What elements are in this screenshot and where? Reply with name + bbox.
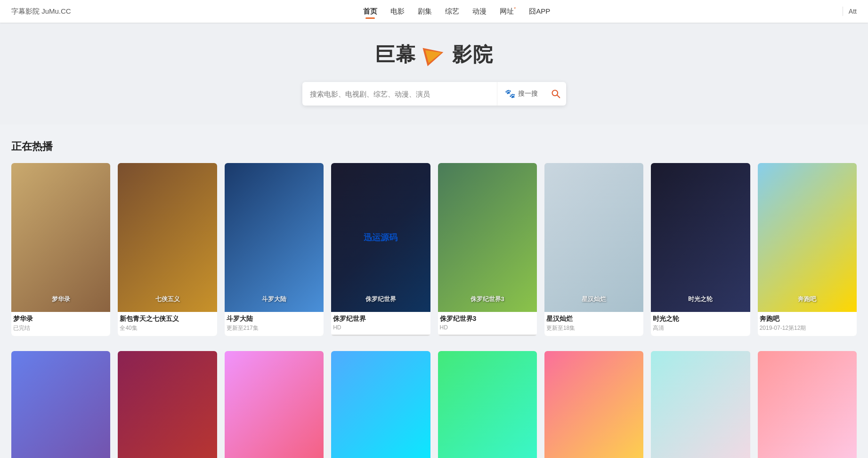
card-row2-4[interactable]: 蜡笔小新 蜡笔小新 更新中 — [331, 351, 430, 458]
poster-title-3: 斗罗大陆 — [225, 291, 324, 307]
card-title-3: 斗罗大陆 — [227, 315, 322, 323]
card-poster-r2-3: 行医 — [225, 351, 324, 458]
search-icon-button[interactable] — [545, 82, 566, 106]
nav-item-series[interactable]: 剧集 — [418, 7, 432, 16]
poster-title-1: 梦华录 — [11, 291, 110, 307]
nav-item-variety[interactable]: 综艺 — [445, 7, 459, 16]
search-bar: 🐾 搜一搜 — [302, 82, 566, 106]
poster-title-8: 奔跑吧 — [758, 291, 857, 307]
site-logo-area: 巨幕 影院 — [375, 41, 494, 68]
card-row2-2[interactable]: 吃货皇后 吃货皇后 更新中 — [118, 351, 217, 458]
card-poster-1: 梦华录 — [11, 163, 110, 312]
card-poster-r2-7: 幸福一家 — [651, 351, 750, 458]
card-title-2: 新包青天之七侠五义 — [120, 315, 215, 323]
card-sub-7: 高清 — [653, 324, 748, 332]
card-menghualu[interactable]: 梦华录 梦华录 已完结 — [11, 163, 110, 336]
card-title-6: 星汉灿烂 — [546, 315, 641, 323]
card-title-7: 时光之轮 — [653, 315, 748, 323]
card-poster-8: 奔跑吧 — [758, 163, 857, 312]
card-poster-2: 七侠五义 — [118, 163, 217, 312]
card-info-1: 梦华录 已完结 — [11, 312, 110, 336]
card-poster-7: 时光之轮 — [651, 163, 750, 312]
card-info-7: 时光之轮 高清 — [651, 312, 750, 336]
card-sub-1: 已完结 — [13, 324, 108, 332]
poster-title-4: 侏罗纪世界 — [331, 291, 430, 307]
card-info-6: 星汉灿烂 更新至18集 — [544, 312, 643, 336]
hot-grid-row1: 梦华录 梦华录 已完结 七侠五义 新包青天之七侠五义 全40集 斗罗大陆 斗罗大… — [11, 163, 857, 336]
logo-text-left: 巨幕 — [375, 41, 416, 68]
card-douluodalu[interactable]: 斗罗大陆 斗罗大陆 更新至217集 — [225, 163, 324, 336]
search-button[interactable]: 🐾 搜一搜 — [497, 82, 545, 106]
nav-item-movies[interactable]: 电影 — [390, 7, 405, 16]
poster-title-6: 星汉灿烂 — [544, 291, 643, 307]
card-poster-r2-5: 你和我的倾城时光 — [438, 351, 537, 458]
svg-line-3 — [557, 95, 560, 98]
card-xinghan[interactable]: 星汉灿烂 星汉灿烂 更新至18集 — [544, 163, 643, 336]
nav-item-sites[interactable]: 网址* — [500, 7, 516, 16]
navigation: 字幕影院 JuMu.CC 首页 电影 剧集 综艺 动漫 网址* 囧APP Att — [0, 0, 868, 23]
search-magnifier-icon — [551, 89, 560, 98]
card-sub-8: 2019-07-12第12期 — [760, 324, 855, 332]
search-input[interactable] — [302, 90, 497, 98]
card-juluoji[interactable]: 迅运源码 侏罗纪世界 侏罗纪世界 HD — [331, 163, 430, 336]
nav-item-anime[interactable]: 动漫 — [472, 7, 487, 16]
card-row2-1[interactable]: 一见倾心 一见倾心 更新中 — [11, 351, 110, 458]
logo-text-right: 影院 — [452, 41, 494, 68]
card-juluoji3[interactable]: 侏罗纪世界3 侏罗纪世界3 HD — [438, 163, 537, 336]
card-poster-r2-4: 蜡笔小新 — [331, 351, 430, 458]
card-row2-8[interactable]: 其他 更新中 — [758, 351, 857, 458]
card-benpaoba[interactable]: 奔跑吧 奔跑吧 2019-07-12第12期 — [758, 163, 857, 336]
card-poster-3: 斗罗大陆 — [225, 163, 324, 312]
hot-grid-row2: 一见倾心 一见倾心 更新中 吃货皇后 吃货皇后 更新中 行医 行医 更新中 — [11, 351, 857, 458]
card-row2-5[interactable]: 你和我的倾城时光 你和我的倾城时光 更新中 — [438, 351, 537, 458]
poster-title-5: 侏罗纪世界3 — [438, 291, 537, 307]
logo-play-icon — [421, 41, 447, 68]
card-sub-5: HD — [440, 324, 535, 331]
card-info-8: 奔跑吧 2019-07-12第12期 — [758, 312, 857, 336]
card-info-2: 新包青天之七侠五义 全40集 — [118, 312, 217, 336]
card-poster-r2-8 — [758, 351, 857, 458]
section-hot-title: 正在热播 — [11, 139, 857, 154]
card-shiguang[interactable]: 时光之轮 时光之轮 高清 — [651, 163, 750, 336]
svg-point-2 — [552, 90, 558, 96]
card-row2-7[interactable]: 幸福一家 幸福一家 更新中 — [651, 351, 750, 458]
card-info-5: 侏罗纪世界3 HD — [438, 312, 537, 335]
poster-title-7: 时光之轮 — [651, 291, 750, 307]
card-title-8: 奔跑吧 — [760, 315, 855, 323]
card-poster-r2-6: 围棋旋风 — [544, 351, 643, 458]
card-poster-6: 星汉灿烂 — [544, 163, 643, 312]
main-content: 正在热播 梦华录 梦华录 已完结 七侠五义 新包青天之七侠五义 全40集 — [0, 124, 868, 458]
card-info-3: 斗罗大陆 更新至217集 — [225, 312, 324, 336]
card-row2-3[interactable]: 行医 行医 更新中 — [225, 351, 324, 458]
card-sub-3: 更新至217集 — [227, 324, 322, 332]
card-sub-2: 全40集 — [120, 324, 215, 332]
nav-att-label: Att — [849, 8, 857, 15]
card-row2-6[interactable]: 围棋旋风 围棋旋风 更新中 — [544, 351, 643, 458]
nav-right: Att — [843, 7, 857, 16]
site-logo[interactable]: 字幕影院 JuMu.CC — [11, 7, 71, 16]
card-sub-6: 更新至18集 — [546, 324, 641, 332]
card-title-1: 梦华录 — [13, 315, 108, 323]
card-poster-5: 侏罗纪世界3 — [438, 163, 537, 312]
card-poster-r2-1: 一见倾心 — [11, 351, 110, 458]
poster-title-2: 七侠五义 — [118, 291, 217, 307]
watermark-4: 迅运源码 — [364, 232, 397, 243]
card-poster-r2-2: 吃货皇后 — [118, 351, 217, 458]
nav-divider — [843, 7, 843, 16]
nav-links: 首页 电影 剧集 综艺 动漫 网址* 囧APP — [363, 7, 550, 16]
nav-item-home[interactable]: 首页 — [363, 7, 377, 16]
search-button-label: 搜一搜 — [518, 90, 538, 98]
card-sub-4: HD — [333, 324, 428, 331]
search-cat-icon: 🐾 — [505, 89, 515, 99]
card-info-4: 侏罗纪世界 HD — [331, 312, 430, 335]
card-title-5: 侏罗纪世界3 — [440, 315, 535, 323]
card-poster-4: 迅运源码 侏罗纪世界 — [331, 163, 430, 312]
card-baozhengtian[interactable]: 七侠五义 新包青天之七侠五义 全40集 — [118, 163, 217, 336]
nav-item-app[interactable]: 囧APP — [529, 7, 550, 16]
card-title-4: 侏罗纪世界 — [333, 315, 428, 323]
